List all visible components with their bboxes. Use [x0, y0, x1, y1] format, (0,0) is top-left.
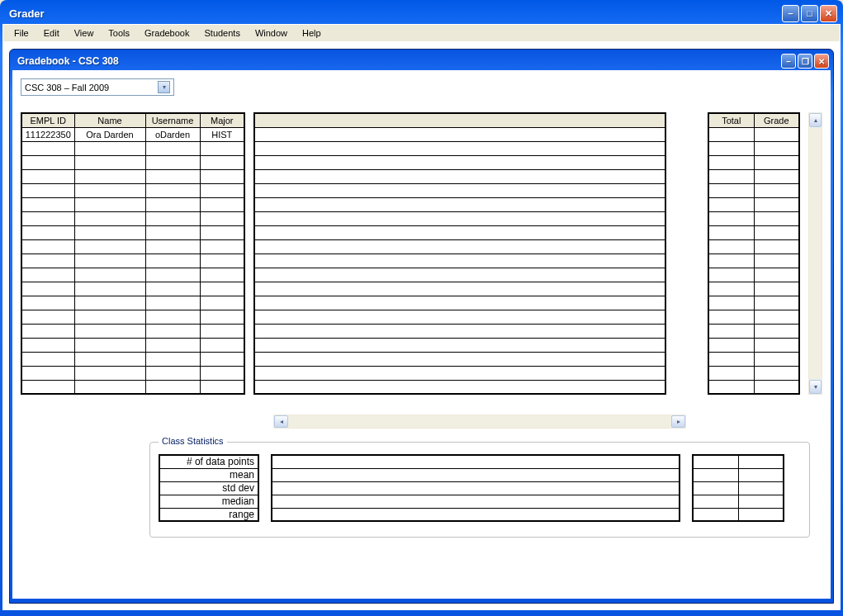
stats-legend: Class Statistics: [159, 436, 227, 446]
menu-gradebook[interactable]: Gradebook: [137, 26, 197, 40]
menu-file[interactable]: File: [7, 26, 36, 40]
table-row[interactable]: [254, 169, 665, 183]
table-row[interactable]: [21, 254, 244, 268]
table-row[interactable]: [254, 141, 665, 155]
stats-value: [272, 508, 680, 521]
col-username[interactable]: Username: [145, 113, 200, 127]
close-button[interactable]: ✕: [820, 5, 837, 22]
table-row[interactable]: [21, 169, 244, 183]
child-minimize-button[interactable]: –: [781, 54, 796, 69]
menu-view[interactable]: View: [67, 26, 102, 40]
table-row[interactable]: [708, 169, 799, 183]
table-row[interactable]: [708, 183, 799, 197]
table-row[interactable]: [21, 282, 244, 296]
table-row[interactable]: [708, 225, 799, 239]
table-row[interactable]: [708, 366, 799, 380]
table-row[interactable]: [21, 380, 244, 394]
table-row[interactable]: [254, 211, 665, 225]
table-row[interactable]: [21, 183, 244, 197]
table-row[interactable]: [21, 141, 244, 155]
horizontal-scrollbar[interactable]: ◂ ▸: [273, 415, 686, 429]
table-row[interactable]: [708, 310, 799, 324]
table-row[interactable]: [21, 239, 244, 254]
course-select[interactable]: CSC 308 – Fall 2009 ▾: [21, 78, 174, 96]
table-row[interactable]: [21, 155, 244, 169]
table-row[interactable]: [254, 352, 665, 366]
table-row[interactable]: [708, 239, 799, 254]
table-row[interactable]: [254, 380, 665, 394]
child-close-button[interactable]: ✕: [814, 54, 829, 69]
col-major[interactable]: Major: [200, 113, 244, 127]
gradebook-title: Gradebook - CSC 308: [14, 55, 781, 67]
menu-window[interactable]: Window: [248, 26, 295, 40]
table-row[interactable]: [21, 310, 244, 324]
class-statistics-group: Class Statistics # of data pointsmeanstd…: [149, 442, 810, 538]
app-titlebar[interactable]: Grader – □ ✕: [2, 2, 841, 24]
table-row[interactable]: [254, 127, 665, 141]
menu-students[interactable]: Students: [197, 26, 247, 40]
scroll-up-icon[interactable]: ▴: [809, 113, 822, 127]
table-row[interactable]: [708, 141, 799, 155]
table-row[interactable]: [21, 211, 244, 225]
minimize-button[interactable]: –: [782, 5, 799, 22]
gradebook-titlebar[interactable]: Gradebook - CSC 308 – ❐ ✕: [12, 52, 831, 70]
table-row[interactable]: [708, 155, 799, 169]
table-row[interactable]: [254, 254, 665, 268]
table-row[interactable]: [708, 324, 799, 338]
table-row[interactable]: [21, 197, 244, 211]
table-row[interactable]: [21, 225, 244, 239]
menu-tools[interactable]: Tools: [101, 26, 137, 40]
summary-table[interactable]: Total Grade: [708, 112, 800, 395]
table-row[interactable]: [254, 197, 665, 211]
col-grade[interactable]: Grade: [754, 113, 799, 127]
table-row[interactable]: 111222350Ora DardenoDardenHIST: [21, 127, 244, 141]
table-row[interactable]: [708, 254, 799, 268]
col-total[interactable]: Total: [708, 113, 754, 127]
menu-edit[interactable]: Edit: [36, 26, 67, 40]
stats-label: median: [159, 495, 258, 508]
table-row[interactable]: [254, 239, 665, 254]
table-row[interactable]: [708, 127, 799, 141]
assignments-header[interactable]: [254, 113, 665, 127]
table-row[interactable]: [21, 366, 244, 380]
table-row[interactable]: [254, 155, 665, 169]
table-row[interactable]: [254, 310, 665, 324]
table-row[interactable]: [708, 211, 799, 225]
table-row[interactable]: [254, 282, 665, 296]
table-row[interactable]: [708, 268, 799, 282]
scroll-right-icon[interactable]: ▸: [671, 415, 685, 428]
table-row[interactable]: [254, 183, 665, 197]
col-name[interactable]: Name: [74, 113, 145, 127]
table-row[interactable]: [254, 225, 665, 239]
menu-help[interactable]: Help: [295, 26, 329, 40]
table-row[interactable]: [708, 338, 799, 352]
stats-label: mean: [159, 468, 258, 481]
table-row[interactable]: [708, 352, 799, 366]
col-empl-id[interactable]: EMPL ID: [21, 113, 74, 127]
table-row[interactable]: [21, 296, 244, 310]
table-row[interactable]: [708, 282, 799, 296]
scroll-down-icon[interactable]: ▾: [809, 380, 822, 394]
table-row[interactable]: [254, 296, 665, 310]
table-row[interactable]: [21, 268, 244, 282]
scroll-left-icon[interactable]: ◂: [274, 415, 288, 428]
vertical-scrollbar[interactable]: ▴ ▾: [808, 112, 822, 395]
table-row[interactable]: [21, 352, 244, 366]
table-row[interactable]: [254, 338, 665, 352]
table-row[interactable]: [254, 268, 665, 282]
stats-label: # of data points: [159, 455, 258, 468]
student-info-table[interactable]: EMPL ID Name Username Major 111222350Ora…: [21, 112, 245, 395]
course-select-value: CSC 308 – Fall 2009: [25, 83, 109, 92]
stats-summary-cell: [738, 455, 784, 468]
table-row[interactable]: [708, 380, 799, 394]
menubar: File Edit View Tools Gradebook Students …: [2, 24, 841, 42]
maximize-button[interactable]: □: [801, 5, 818, 22]
table-row[interactable]: [254, 324, 665, 338]
table-row[interactable]: [708, 197, 799, 211]
table-row[interactable]: [254, 366, 665, 380]
table-row[interactable]: [21, 324, 244, 338]
child-restore-button[interactable]: ❐: [798, 54, 812, 69]
table-row[interactable]: [708, 296, 799, 310]
table-row[interactable]: [21, 338, 244, 352]
assignments-table[interactable]: [253, 112, 666, 395]
